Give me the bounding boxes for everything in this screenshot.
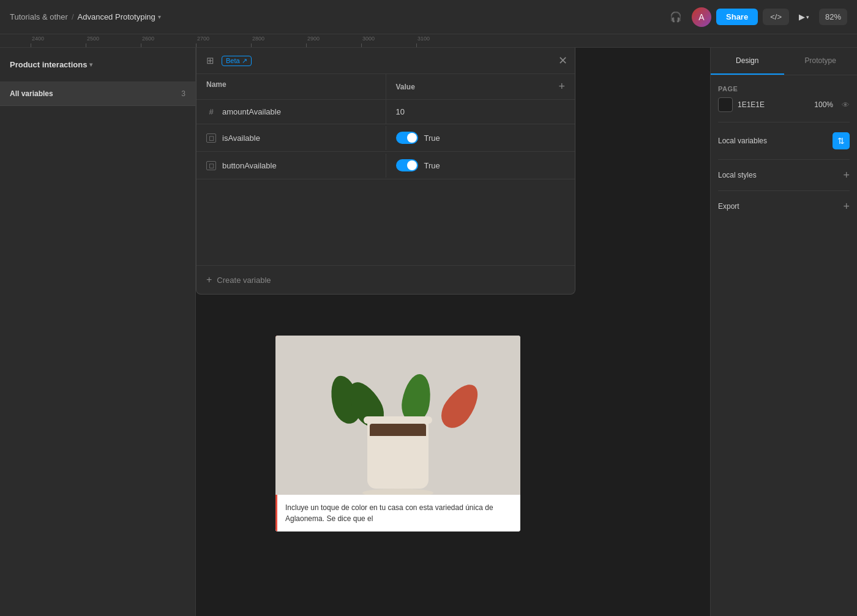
all-variables-row[interactable]: All variables 3 <box>0 82 195 106</box>
table-header: Name Value + <box>196 74 575 100</box>
ruler-mark: 3100 <box>416 34 471 47</box>
popup-toolbar-left: ⊞ Beta ↗ <box>204 54 252 67</box>
local-styles-add-button[interactable]: + <box>843 170 850 181</box>
all-variables-count: 3 <box>181 89 185 98</box>
code-button[interactable]: </> <box>763 9 789 25</box>
right-panel: Design Prototype Page 1E1E1E 100% 👁 Loc <box>710 48 857 616</box>
plant-card: Incluye un toque de color en tu casa con… <box>275 336 520 531</box>
export-add-button[interactable]: + <box>843 201 850 212</box>
export-label: Export <box>718 202 739 211</box>
chevron-down-icon: ▾ <box>89 61 92 68</box>
ruler-mark: 3000 <box>361 34 416 47</box>
variable-name: isAvailable <box>222 133 260 143</box>
local-styles-section: Local styles + <box>718 170 850 181</box>
divider <box>718 190 850 191</box>
chevron-down-icon: ▾ <box>806 14 809 20</box>
col-value-header: Value + <box>386 74 575 99</box>
export-section: Export + <box>718 201 850 212</box>
leaf <box>435 378 485 434</box>
table-row[interactable]: # amountAvailable 10 <box>196 100 575 124</box>
divider <box>718 122 850 122</box>
beta-badge[interactable]: Beta ↗ <box>222 56 252 66</box>
variable-value: True <box>424 133 440 143</box>
plant-leaves <box>341 374 455 423</box>
pot <box>367 421 428 489</box>
panel-title[interactable]: Product interactions ▾ <box>10 60 92 69</box>
panel-layout-icon: ⊞ <box>206 55 214 66</box>
plant-text-content: Incluye un toque de color en tu casa con… <box>285 502 511 524</box>
variable-value: 10 <box>396 107 405 116</box>
pot-rim <box>364 416 432 424</box>
ruler: 2400 2500 2600 2700 2800 2900 3000 3100 <box>0 34 857 48</box>
ruler-mark: 2400 <box>31 34 86 47</box>
local-variables-label: Local variables <box>718 137 767 145</box>
topbar: Tutorials & other / Advanced Prototyping… <box>0 0 857 34</box>
all-variables-label: All variables <box>10 89 53 98</box>
soil <box>370 424 426 436</box>
plant-description: Incluye un toque de color en tu casa con… <box>275 495 520 531</box>
page-color-opacity: 100% <box>814 100 833 109</box>
breadcrumb-separator: / <box>72 12 74 21</box>
ruler-mark: 2800 <box>251 34 306 47</box>
main-area: Product interactions ▾ All variables 3 ⊞… <box>0 48 857 616</box>
plant-image <box>275 336 520 495</box>
page-color-row: 1E1E1E 100% 👁 <box>718 97 850 112</box>
topbar-right: 🎧 A Share </> ▶ ▾ 82% <box>665 6 847 28</box>
variable-value-cell: True <box>386 124 575 151</box>
boolean-toggle[interactable] <box>396 132 418 144</box>
ruler-mark: 2500 <box>86 34 141 47</box>
right-panel-tabs: Design Prototype <box>711 48 857 75</box>
tab-design[interactable]: Design <box>711 48 784 75</box>
share-button[interactable]: Share <box>716 9 758 25</box>
left-panel: Product interactions ▾ All variables 3 <box>0 48 196 616</box>
boolean-type-icon: ◻ <box>206 133 216 143</box>
variable-value-cell: 10 <box>386 100 575 124</box>
tab-prototype[interactable]: Prototype <box>784 48 858 75</box>
eye-icon[interactable]: 👁 <box>842 100 850 110</box>
table-row[interactable]: ◻ buttonAvailable True <box>196 152 575 179</box>
col-name-header: Name <box>196 74 386 99</box>
popup-spacer <box>196 179 575 265</box>
plus-icon: + <box>206 274 212 285</box>
chevron-down-icon: ▾ <box>158 13 161 20</box>
zoom-control[interactable]: 82% <box>819 9 847 25</box>
headphone-icon: 🎧 <box>670 11 682 23</box>
sliders-icon: ⇅ <box>837 136 845 146</box>
canvas[interactable]: ⊞ Beta ↗ ✕ Name Value + <box>196 48 710 616</box>
boolean-toggle[interactable] <box>396 159 418 171</box>
variables-popup: ⊞ Beta ↗ ✕ Name Value + <box>196 48 575 295</box>
page-section: Page 1E1E1E 100% 👁 <box>718 85 850 112</box>
ruler-mark: 2900 <box>306 34 361 47</box>
variable-name: buttonAvailable <box>222 161 277 170</box>
page-color-hex: 1E1E1E <box>738 100 765 109</box>
variable-name: amountAvailable <box>222 107 281 116</box>
variable-name-cell: # amountAvailable <box>196 100 386 124</box>
page-color-swatch[interactable] <box>718 97 733 112</box>
breadcrumb-project[interactable]: Tutorials & other <box>10 12 68 21</box>
create-variable-label: Create variable <box>217 276 271 285</box>
create-variable-row[interactable]: + Create variable <box>196 265 575 294</box>
code-icon: </> <box>770 12 782 21</box>
add-column-button[interactable]: + <box>558 80 565 93</box>
variable-name-cell: ◻ buttonAvailable <box>196 154 386 178</box>
table-row[interactable]: ◻ isAvailable True <box>196 124 575 152</box>
local-variables-button[interactable]: ⇅ <box>833 132 850 149</box>
ruler-mark: 2600 <box>141 34 196 47</box>
number-type-icon: # <box>206 107 216 116</box>
boolean-type-icon: ◻ <box>206 161 216 170</box>
variables-table: Name Value + # amountAvailable 10 <box>196 74 575 179</box>
local-variables-section: Local variables ⇅ <box>718 132 850 149</box>
breadcrumb-file[interactable]: Advanced Prototyping ▾ <box>78 12 161 21</box>
avatar[interactable]: A <box>692 7 711 27</box>
play-icon: ▶ <box>799 12 805 21</box>
page-section-label: Page <box>718 85 850 92</box>
external-link-icon: ↗ <box>242 57 247 65</box>
ruler-mark: 2700 <box>196 34 251 47</box>
variable-name-cell: ◻ isAvailable <box>196 126 386 150</box>
play-button[interactable]: ▶ ▾ <box>794 9 814 25</box>
breadcrumb: Tutorials & other / Advanced Prototyping… <box>10 12 161 21</box>
headphone-icon-btn[interactable]: 🎧 <box>665 6 687 28</box>
close-button[interactable]: ✕ <box>558 55 567 66</box>
panel-layout-icon-btn[interactable]: ⊞ <box>204 54 217 67</box>
plant-illustration <box>337 342 459 489</box>
